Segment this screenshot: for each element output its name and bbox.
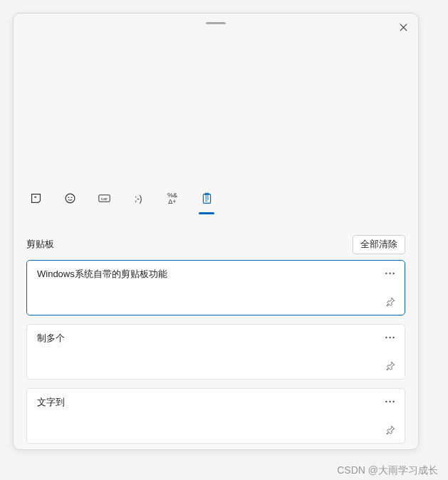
clip-actions: ··· [383,395,397,437]
tab-symbols[interactable]: %& Δ+ [163,186,182,212]
tab-emoji[interactable] [61,186,79,212]
sticker-icon [30,192,42,204]
close-button[interactable] [395,19,411,35]
pin-icon [386,361,395,370]
tab-kaomoji[interactable]: ;-) [129,186,147,212]
tab-gif[interactable]: GIF [95,186,113,212]
svg-text:GIF: GIF [101,197,108,201]
more-options-button[interactable]: ··· [383,330,397,345]
drag-handle[interactable] [206,22,226,24]
kaomoji-icon: ;-) [135,194,142,204]
clipboard-item[interactable]: Windows系统自带的剪贴板功能··· [26,260,405,315]
emoji-icon [64,192,76,204]
pin-icon [386,297,395,306]
preview-area [14,14,418,184]
watermark: CSDN @大雨学习成长 [337,464,438,477]
section-title: 剪贴板 [26,238,54,251]
category-tabs: GIF ;-) %& Δ+ [14,184,418,212]
clipboard-icon [201,192,213,204]
emoji-clipboard-panel: GIF ;-) %& Δ+ 剪贴板 全部清除 Windows系统自带的剪贴板功能… [13,13,419,450]
more-icon: ··· [385,336,396,339]
symbols-icon-line2: Δ+ [168,199,176,205]
pin-button[interactable] [383,423,397,437]
clipboard-item-text: 制多个 [37,332,395,376]
pin-icon [386,425,395,434]
close-icon [400,24,407,31]
gif-icon: GIF [98,192,110,204]
clip-actions: ··· [383,330,397,373]
more-icon: ··· [385,272,396,275]
clipboard-item-text: 文字到 [37,396,395,440]
clipboard-list: Windows系统自带的剪贴板功能···制多个···文字到··· [14,260,418,449]
svg-point-2 [71,197,72,199]
more-options-button[interactable]: ··· [383,266,397,281]
tab-recent[interactable] [26,186,45,212]
tab-clipboard[interactable] [197,186,216,212]
pin-button[interactable] [383,295,397,309]
more-options-button[interactable]: ··· [383,395,397,409]
svg-point-0 [66,194,75,203]
more-icon: ··· [385,400,396,403]
clipboard-item[interactable]: 制多个··· [26,324,405,380]
svg-point-1 [68,197,69,199]
clip-actions: ··· [383,266,397,309]
clear-all-button[interactable]: 全部清除 [353,235,405,254]
clipboard-item[interactable]: 文字到··· [26,388,405,444]
clipboard-section-header: 剪贴板 全部清除 [14,225,418,260]
pin-button[interactable] [383,359,397,373]
clipboard-item-text: Windows系统自带的剪贴板功能 [37,268,395,312]
